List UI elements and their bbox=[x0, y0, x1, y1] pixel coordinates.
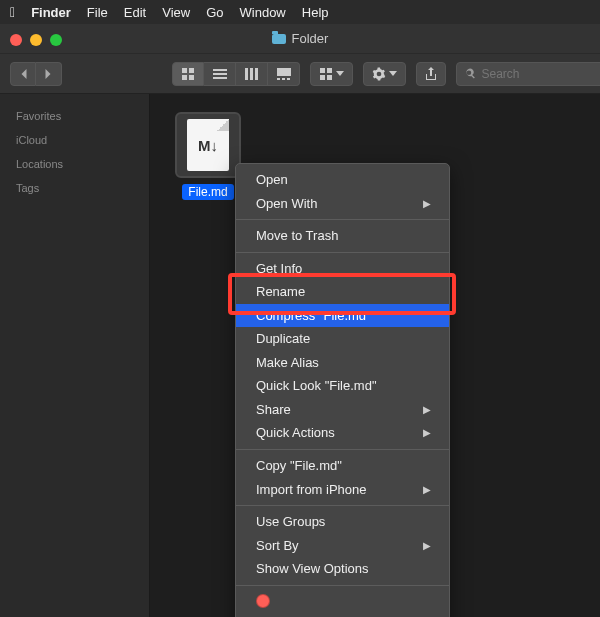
context-menu-item-label: Move to Trash bbox=[256, 227, 338, 245]
system-menubar:  Finder File Edit View Go Window Help bbox=[0, 0, 600, 24]
chevron-down-icon bbox=[336, 71, 344, 76]
action-menu-button[interactable] bbox=[363, 62, 406, 86]
context-menu-item-label: Get Info bbox=[256, 260, 302, 278]
context-menu-tags-swatches[interactable] bbox=[236, 590, 449, 613]
svg-rect-11 bbox=[277, 78, 280, 80]
context-menu-item-label: Sort By bbox=[256, 537, 299, 555]
svg-rect-1 bbox=[189, 68, 194, 73]
context-menu-item[interactable]: Copy "File.md" bbox=[236, 454, 449, 478]
context-menu-separator bbox=[236, 585, 449, 586]
menu-window[interactable]: Window bbox=[240, 5, 286, 20]
context-menu-item[interactable]: Import from iPhone▶ bbox=[236, 478, 449, 502]
context-menu-item[interactable]: Sort By▶ bbox=[236, 534, 449, 558]
svg-rect-4 bbox=[213, 69, 227, 71]
group-by-button[interactable] bbox=[310, 62, 353, 86]
minimize-button[interactable] bbox=[30, 34, 42, 46]
folder-icon bbox=[272, 34, 286, 44]
context-menu-item[interactable]: Rename bbox=[236, 280, 449, 304]
menu-file[interactable]: File bbox=[87, 5, 108, 20]
file-icon: M↓ bbox=[175, 112, 241, 178]
svg-rect-5 bbox=[213, 73, 227, 75]
app-menu[interactable]: Finder bbox=[31, 5, 71, 20]
context-menu-separator bbox=[236, 505, 449, 506]
zoom-button[interactable] bbox=[50, 34, 62, 46]
submenu-arrow-icon: ▶ bbox=[423, 426, 431, 440]
context-menu-item[interactable]: Make Alias bbox=[236, 351, 449, 375]
menu-view[interactable]: View bbox=[162, 5, 190, 20]
forward-button[interactable] bbox=[36, 62, 62, 86]
svg-rect-12 bbox=[282, 78, 285, 80]
gallery-view-button[interactable] bbox=[268, 62, 300, 86]
column-view-button[interactable] bbox=[236, 62, 268, 86]
search-icon bbox=[465, 68, 476, 80]
menu-go[interactable]: Go bbox=[206, 5, 223, 20]
search-field[interactable] bbox=[456, 62, 600, 86]
chevron-down-icon bbox=[389, 71, 397, 76]
sidebar-section-locations[interactable]: Locations bbox=[0, 152, 149, 176]
context-menu-item-label: Open bbox=[256, 171, 288, 189]
svg-rect-3 bbox=[189, 75, 194, 80]
submenu-arrow-icon: ▶ bbox=[423, 403, 431, 417]
context-menu-separator bbox=[236, 449, 449, 450]
svg-rect-8 bbox=[250, 68, 253, 80]
sidebar-section-tags[interactable]: Tags bbox=[0, 176, 149, 200]
context-menu-item-label: Show View Options bbox=[256, 560, 369, 578]
context-menu-item[interactable]: Compress "File.md" bbox=[236, 304, 449, 328]
close-button[interactable] bbox=[10, 34, 22, 46]
context-menu-item[interactable]: Tags… bbox=[236, 613, 449, 617]
context-menu-item[interactable]: Move to Trash bbox=[236, 224, 449, 248]
context-menu-item[interactable]: Duplicate bbox=[236, 327, 449, 351]
context-menu-item[interactable]: Open With▶ bbox=[236, 192, 449, 216]
file-name-label[interactable]: File.md bbox=[182, 184, 233, 200]
context-menu-item-label: Quick Look "File.md" bbox=[256, 377, 377, 395]
svg-rect-13 bbox=[287, 78, 290, 80]
context-menu-item-label: Use Groups bbox=[256, 513, 325, 531]
submenu-arrow-icon: ▶ bbox=[423, 539, 431, 553]
submenu-arrow-icon: ▶ bbox=[423, 197, 431, 211]
svg-rect-2 bbox=[182, 75, 187, 80]
context-menu-item[interactable]: Use Groups bbox=[236, 510, 449, 534]
context-menu-item-label: Copy "File.md" bbox=[256, 457, 342, 475]
sidebar-section-icloud[interactable]: iCloud bbox=[0, 128, 149, 152]
context-menu-item-label: Make Alias bbox=[256, 354, 319, 372]
apple-menu-icon[interactable]:  bbox=[10, 4, 15, 20]
menu-edit[interactable]: Edit bbox=[124, 5, 146, 20]
context-menu-separator bbox=[236, 252, 449, 253]
context-menu-item-label: Rename bbox=[256, 283, 305, 301]
context-menu-item[interactable]: Open bbox=[236, 168, 449, 192]
context-menu-item[interactable]: Quick Look "File.md" bbox=[236, 374, 449, 398]
context-menu-item[interactable]: Share▶ bbox=[236, 398, 449, 422]
search-input[interactable] bbox=[482, 67, 598, 81]
nav-buttons bbox=[10, 62, 62, 86]
svg-rect-6 bbox=[213, 77, 227, 79]
share-button[interactable] bbox=[416, 62, 446, 86]
window-controls bbox=[10, 34, 62, 46]
context-menu-item[interactable]: Quick Actions▶ bbox=[236, 421, 449, 445]
svg-rect-9 bbox=[255, 68, 258, 80]
context-menu-item-label: Open With bbox=[256, 195, 317, 213]
back-button[interactable] bbox=[10, 62, 36, 86]
svg-rect-17 bbox=[327, 75, 332, 80]
file-glyph: M↓ bbox=[198, 137, 218, 154]
window-title: Folder bbox=[292, 31, 329, 46]
context-menu-item-label: Import from iPhone bbox=[256, 481, 367, 499]
svg-rect-10 bbox=[277, 68, 291, 76]
view-mode-group bbox=[172, 62, 300, 86]
submenu-arrow-icon: ▶ bbox=[423, 483, 431, 497]
svg-rect-7 bbox=[245, 68, 248, 80]
context-menu-item-label: Share bbox=[256, 401, 291, 419]
context-menu-item-label: Quick Actions bbox=[256, 424, 335, 442]
context-menu-item[interactable]: Show View Options bbox=[236, 557, 449, 581]
svg-rect-0 bbox=[182, 68, 187, 73]
icon-view-button[interactable] bbox=[172, 62, 204, 86]
svg-rect-16 bbox=[320, 75, 325, 80]
tag-color-red[interactable] bbox=[256, 594, 270, 608]
context-menu-item[interactable]: Get Info bbox=[236, 257, 449, 281]
toolbar bbox=[0, 54, 600, 94]
title-bar: Folder bbox=[0, 24, 600, 54]
sidebar-section-favorites[interactable]: Favorites bbox=[0, 104, 149, 128]
context-menu-item-label: Compress "File.md" bbox=[256, 307, 371, 325]
menu-help[interactable]: Help bbox=[302, 5, 329, 20]
list-view-button[interactable] bbox=[204, 62, 236, 86]
context-menu: OpenOpen With▶Move to TrashGet InfoRenam… bbox=[235, 163, 450, 617]
